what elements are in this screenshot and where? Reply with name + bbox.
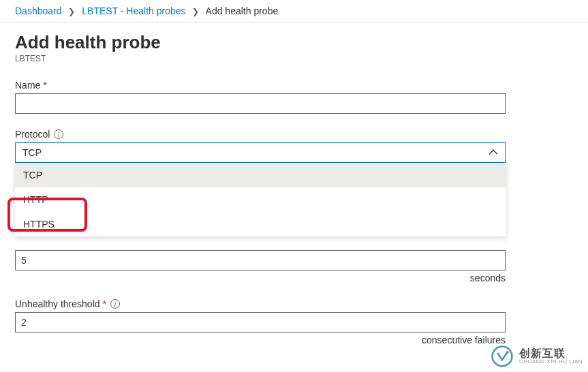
unhealthy-threshold-label: Unhealthy threshold * i <box>15 298 573 309</box>
protocol-dropdown: TCP HTTP HTTPS <box>15 163 506 236</box>
breadcrumb: Dashboard ❯ LBTEST - Health probes ❯ Add… <box>0 0 588 22</box>
info-icon[interactable]: i <box>110 299 120 309</box>
field-unhealthy-threshold: Unhealthy threshold * i consecutive fail… <box>15 298 573 345</box>
info-icon[interactable]: i <box>54 129 63 139</box>
chevron-up-icon <box>489 148 498 157</box>
field-name: Name * <box>15 80 573 114</box>
required-asterisk: * <box>43 80 46 91</box>
breadcrumb-dashboard[interactable]: Dashboard <box>15 5 62 16</box>
unhealthy-threshold-label-text: Unhealthy threshold <box>15 298 100 309</box>
protocol-select[interactable]: TCP TCP HTTP HTTPS <box>15 142 506 163</box>
name-input[interactable] <box>15 93 506 114</box>
required-asterisk: * <box>103 298 106 309</box>
field-protocol: Protocol i TCP TCP HTTP HTTPS <box>15 129 573 163</box>
name-label: Name * <box>15 80 573 91</box>
protocol-option-http[interactable]: HTTP <box>15 187 506 212</box>
chevron-right-icon: ❯ <box>68 7 75 16</box>
protocol-selected-value: TCP <box>22 147 42 158</box>
breadcrumb-current: Add health probe <box>206 5 279 16</box>
protocol-option-https[interactable]: HTTPS <box>15 212 506 236</box>
watermark-main-text: 创新互联 <box>519 348 583 359</box>
interval-input[interactable] <box>15 250 506 270</box>
protocol-option-tcp[interactable]: TCP <box>15 163 506 187</box>
unhealthy-threshold-suffix: consecutive failures <box>15 335 506 345</box>
page-subtitle: LBTEST <box>15 54 573 63</box>
unhealthy-threshold-input[interactable] <box>15 312 506 332</box>
svg-point-0 <box>493 347 512 367</box>
interval-suffix: seconds <box>15 273 506 283</box>
watermark-sub-text: CHUANG XIN HU LIAN <box>519 359 583 365</box>
watermark: 创新互联 CHUANG XIN HU LIAN <box>491 345 583 368</box>
chevron-right-icon: ❯ <box>192 7 199 16</box>
protocol-label: Protocol i <box>15 129 573 140</box>
breadcrumb-health-probes[interactable]: LBTEST - Health probes <box>82 5 185 16</box>
svg-point-1 <box>506 351 509 354</box>
name-label-text: Name <box>15 80 40 91</box>
page-title: Add health probe <box>15 32 573 53</box>
watermark-logo-icon <box>491 345 514 368</box>
protocol-label-text: Protocol <box>15 129 50 140</box>
field-interval: seconds <box>15 250 573 283</box>
